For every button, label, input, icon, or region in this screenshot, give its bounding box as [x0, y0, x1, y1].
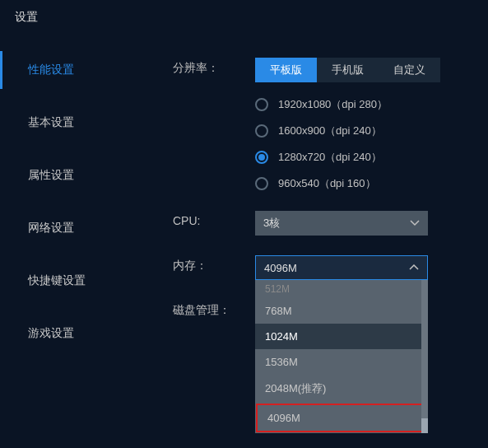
sidebar-item-shortcut[interactable]: 快捷键设置	[0, 262, 123, 300]
cpu-row: CPU: 3核	[173, 211, 480, 236]
sidebar: 性能设置 基本设置 属性设置 网络设置 快捷键设置 游戏设置	[0, 35, 123, 448]
tab-tablet[interactable]: 平板版	[255, 58, 317, 82]
dropdown-scrollbar[interactable]	[421, 280, 428, 433]
memory-selected-value: 4096M	[264, 262, 297, 274]
window-title: 设置	[0, 0, 488, 35]
cpu-select[interactable]: 3核	[255, 211, 428, 236]
resolution-option-960[interactable]: 960x540（dpi 160）	[255, 176, 480, 191]
sidebar-item-network[interactable]: 网络设置	[0, 209, 123, 247]
tab-phone[interactable]: 手机版	[317, 58, 379, 82]
resolution-label: 分辨率：	[173, 58, 255, 76]
memory-option-768[interactable]: 768M	[255, 298, 428, 324]
radio-label: 1600x900（dpi 240）	[278, 124, 382, 138]
memory-option-1024[interactable]: 1024M	[255, 324, 428, 349]
memory-select[interactable]: 4096M	[255, 255, 428, 280]
cpu-label: CPU:	[173, 211, 255, 227]
scrollbar-thumb[interactable]	[421, 418, 428, 433]
tab-custom[interactable]: 自定义	[379, 58, 440, 82]
chevron-down-icon	[410, 218, 420, 228]
sidebar-item-property[interactable]: 属性设置	[0, 156, 123, 194]
radio-icon	[255, 98, 268, 111]
memory-option-1536[interactable]: 1536M	[255, 349, 428, 375]
memory-option-512[interactable]: 512M	[255, 280, 428, 298]
cpu-selected-value: 3核	[263, 216, 280, 231]
radio-label: 1920x1080（dpi 280）	[278, 97, 388, 112]
radio-label: 960x540（dpi 160）	[278, 176, 376, 191]
main-container: 性能设置 基本设置 属性设置 网络设置 快捷键设置 游戏设置 分辨率： 平板版 …	[0, 35, 488, 448]
memory-option-2048[interactable]: 2048M(推荐)	[255, 375, 428, 403]
radio-icon	[255, 124, 268, 138]
resolution-option-1600[interactable]: 1600x900（dpi 240）	[255, 124, 480, 138]
resolution-tabs: 平板版 手机版 自定义	[255, 58, 480, 82]
resolution-option-1920[interactable]: 1920x1080（dpi 280）	[255, 97, 480, 112]
memory-option-4096[interactable]: 4096M	[256, 404, 427, 432]
memory-label: 内存：	[173, 255, 255, 273]
radio-label: 1280x720（dpi 240）	[278, 150, 382, 165]
sidebar-item-game[interactable]: 游戏设置	[0, 315, 123, 352]
resolution-row: 分辨率： 平板版 手机版 自定义 1920x1080（dpi 280） 1600…	[173, 58, 480, 191]
resolution-option-1280[interactable]: 1280x720（dpi 240）	[255, 150, 480, 165]
radio-icon	[255, 151, 268, 164]
content-panel: 分辨率： 平板版 手机版 自定义 1920x1080（dpi 280） 1600…	[123, 35, 488, 448]
sidebar-item-basic[interactable]: 基本设置	[0, 104, 123, 142]
chevron-up-icon	[409, 263, 419, 273]
resolution-radio-group: 1920x1080（dpi 280） 1600x900（dpi 240） 128…	[255, 97, 480, 191]
sidebar-item-performance[interactable]: 性能设置	[0, 51, 123, 89]
memory-row: 内存： 4096M 512M 768M 1024M 1536M 2048M(推荐…	[173, 255, 480, 280]
disk-label: 磁盘管理：	[173, 300, 255, 318]
memory-dropdown: 512M 768M 1024M 1536M 2048M(推荐) 4096M	[255, 280, 428, 433]
radio-icon	[255, 177, 268, 190]
